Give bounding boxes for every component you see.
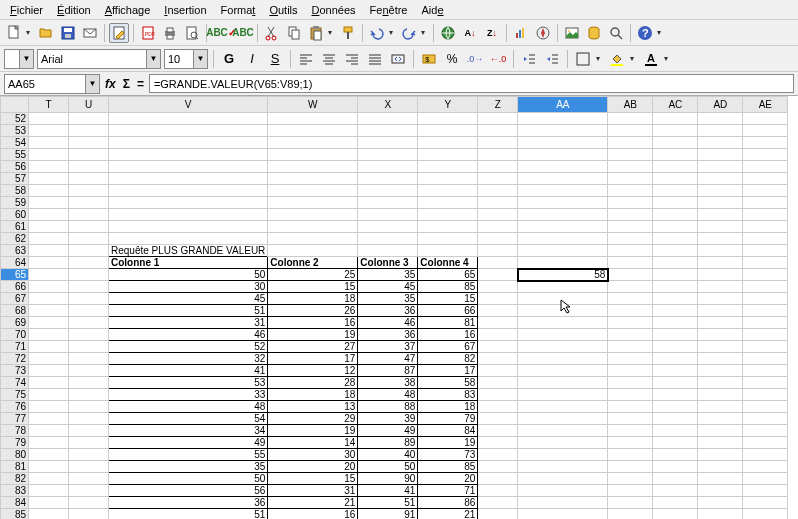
cell[interactable] — [698, 497, 743, 509]
cell[interactable] — [268, 173, 358, 185]
cell[interactable] — [653, 305, 698, 317]
cell[interactable] — [743, 245, 788, 257]
cell[interactable] — [608, 173, 653, 185]
align-left-icon[interactable] — [296, 49, 316, 69]
cell[interactable] — [608, 197, 653, 209]
cell[interactable] — [69, 473, 109, 485]
menu-insert[interactable]: Insertion — [158, 3, 212, 17]
cell[interactable]: 48 — [109, 401, 268, 413]
cell[interactable] — [29, 209, 69, 221]
cell[interactable] — [69, 197, 109, 209]
datasources-icon[interactable] — [584, 23, 604, 43]
cell[interactable]: 51 — [109, 305, 268, 317]
gallery-icon[interactable] — [562, 23, 582, 43]
cell[interactable] — [653, 317, 698, 329]
menu-help[interactable]: Aide — [416, 3, 450, 17]
cell[interactable] — [608, 413, 653, 425]
col-header[interactable]: AE — [743, 97, 788, 113]
cell[interactable] — [478, 329, 518, 341]
cell[interactable] — [743, 221, 788, 233]
cell[interactable] — [518, 497, 608, 509]
pdf-icon[interactable]: PDF — [138, 23, 158, 43]
row-header[interactable]: 84 — [1, 497, 29, 509]
cell[interactable] — [29, 233, 69, 245]
cell[interactable] — [608, 317, 653, 329]
menu-view[interactable]: Affichage — [99, 3, 157, 17]
print-icon[interactable] — [160, 23, 180, 43]
help-icon[interactable]: ? — [635, 23, 655, 43]
percent-icon[interactable]: % — [442, 49, 462, 69]
cell[interactable]: 54 — [109, 413, 268, 425]
cell[interactable] — [653, 209, 698, 221]
cell[interactable] — [358, 221, 418, 233]
cell[interactable] — [743, 353, 788, 365]
cell[interactable] — [743, 437, 788, 449]
col-header[interactable]: W — [268, 97, 358, 113]
merge-cells-icon[interactable] — [388, 49, 408, 69]
cell[interactable]: 35 — [358, 293, 418, 305]
fillcolor-icon[interactable] — [607, 49, 627, 69]
cell[interactable] — [29, 353, 69, 365]
cell[interactable] — [698, 173, 743, 185]
cell[interactable]: Colonne 3 — [358, 257, 418, 269]
cell[interactable]: 90 — [358, 473, 418, 485]
chevron-down-icon[interactable]: ▼ — [85, 75, 99, 93]
cell[interactable] — [29, 509, 69, 520]
cell[interactable] — [29, 317, 69, 329]
cell[interactable] — [653, 269, 698, 281]
style-combo[interactable]: ▼ — [4, 49, 34, 69]
cell[interactable] — [698, 161, 743, 173]
cell[interactable] — [29, 497, 69, 509]
formula-input[interactable]: =GRANDE.VALEUR(V65:V89;1) — [149, 74, 794, 93]
cell[interactable] — [653, 449, 698, 461]
row-header[interactable]: 61 — [1, 221, 29, 233]
cell[interactable] — [743, 149, 788, 161]
cell[interactable] — [653, 257, 698, 269]
cell[interactable] — [608, 485, 653, 497]
row-header[interactable]: 64 — [1, 257, 29, 269]
cell[interactable] — [698, 221, 743, 233]
cell[interactable] — [69, 185, 109, 197]
cell[interactable] — [69, 509, 109, 520]
cell[interactable] — [29, 473, 69, 485]
cell[interactable] — [478, 305, 518, 317]
cell[interactable] — [478, 413, 518, 425]
col-header[interactable]: U — [69, 97, 109, 113]
borders-icon[interactable] — [573, 49, 593, 69]
cell[interactable] — [653, 149, 698, 161]
cell[interactable]: 26 — [268, 305, 358, 317]
cell[interactable] — [698, 329, 743, 341]
col-header[interactable]: AD — [698, 97, 743, 113]
paste-icon[interactable] — [306, 23, 326, 43]
cell[interactable] — [653, 401, 698, 413]
row-header[interactable]: 83 — [1, 485, 29, 497]
cell[interactable] — [743, 197, 788, 209]
cell[interactable] — [478, 161, 518, 173]
cell[interactable] — [358, 185, 418, 197]
edit-doc-icon[interactable] — [109, 23, 129, 43]
cell[interactable] — [69, 293, 109, 305]
cell[interactable]: 30 — [109, 281, 268, 293]
cell[interactable] — [29, 173, 69, 185]
cell[interactable]: 73 — [418, 449, 478, 461]
cell[interactable] — [358, 197, 418, 209]
cell[interactable] — [29, 245, 69, 257]
cell[interactable] — [653, 473, 698, 485]
row-header[interactable]: 78 — [1, 425, 29, 437]
redo-icon[interactable] — [399, 23, 419, 43]
cell[interactable] — [698, 305, 743, 317]
cell[interactable]: Colonne 4 — [418, 257, 478, 269]
row-header[interactable]: 62 — [1, 233, 29, 245]
spreadsheet-area[interactable]: TUVWXYZAAABACADAE52535455565758596061626… — [0, 96, 798, 519]
cell[interactable] — [743, 281, 788, 293]
cell[interactable] — [478, 113, 518, 125]
cell[interactable]: 46 — [109, 329, 268, 341]
cell[interactable] — [608, 353, 653, 365]
cell[interactable] — [653, 245, 698, 257]
cell[interactable] — [478, 269, 518, 281]
cell[interactable] — [653, 461, 698, 473]
cut-icon[interactable] — [262, 23, 282, 43]
italic-button[interactable]: I — [242, 49, 262, 69]
cell[interactable] — [653, 221, 698, 233]
cell[interactable] — [29, 113, 69, 125]
